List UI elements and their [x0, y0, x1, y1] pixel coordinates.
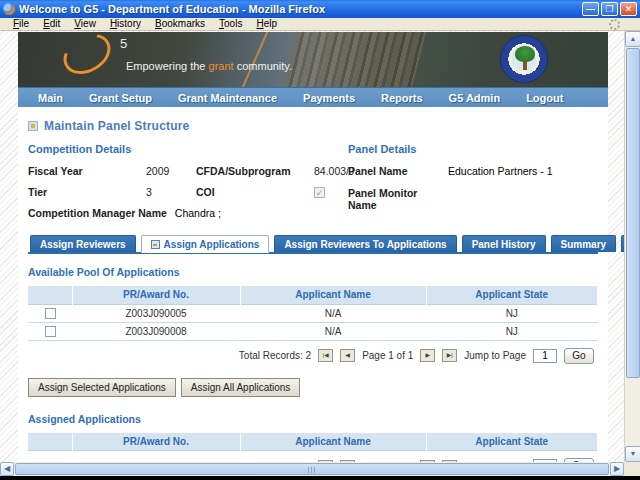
page-viewport: 5 Empowering the grant community. Main G…: [0, 31, 624, 462]
pr-award-cell: Z003J090008: [72, 322, 240, 340]
competition-details-section: Competition Details Fiscal Year 2009 CFD…: [28, 143, 348, 219]
available-applications-table: PR/Award No. Applicant Name Applicant St…: [28, 286, 598, 341]
menu-bookmarks[interactable]: Bookmarks: [148, 18, 212, 30]
menu-help[interactable]: Help: [249, 18, 284, 30]
banner-tagline: Empowering the grant community.: [126, 60, 292, 72]
tab-assign-reviewers-to-applications[interactable]: Assign Reviewers To Applications: [274, 235, 456, 252]
g5-banner: 5 Empowering the grant community.: [18, 32, 608, 87]
applicant-name-cell: N/A: [240, 304, 426, 322]
nav-g5-admin[interactable]: G5 Admin: [449, 92, 501, 104]
panel-details-section: Panel Details Panel Name Education Partn…: [348, 143, 598, 219]
available-pagination: Total Records: 2 |◀ ◀ Page 1 of 1 ▶ ▶| J…: [28, 348, 594, 364]
applicant-state-cell: NJ: [426, 322, 598, 340]
title-bar: Welcome to G5 - Department of Education …: [0, 0, 640, 18]
tab-assign-reviewers[interactable]: Assign Reviewers: [30, 235, 136, 252]
scroll-up-button[interactable]: ▲: [625, 31, 640, 47]
application-checkbox[interactable]: [45, 308, 56, 319]
seal-tree-icon: [515, 46, 535, 62]
tier-label: Tier: [28, 186, 146, 198]
next-page-button[interactable]: ▶: [420, 349, 435, 362]
first-page-button[interactable]: |◀: [318, 349, 333, 362]
jump-to-page-label: Jump to Page: [464, 350, 526, 361]
nav-grant-setup[interactable]: Grant Setup: [89, 92, 152, 104]
assign-selected-applications-button[interactable]: Assign Selected Applications: [28, 378, 176, 397]
firefox-icon: [3, 3, 15, 15]
competition-manager-value: Chandra ;: [175, 207, 221, 219]
tab-summary[interactable]: Summary: [551, 235, 617, 252]
active-tab-icon: [151, 240, 160, 249]
checkbox-column-header: [28, 433, 72, 451]
close-button[interactable]: ✕: [620, 2, 637, 16]
minimize-button[interactable]: —: [582, 2, 599, 16]
panel-name-value: Education Partners - 1: [448, 165, 598, 177]
panel-name-label: Panel Name: [348, 165, 448, 177]
window-title: Welcome to G5 - Department of Education …: [19, 3, 582, 15]
competition-details-heading: Competition Details: [28, 143, 348, 155]
assign-all-applications-button[interactable]: Assign All Applications: [181, 378, 301, 397]
fiscal-year-label: Fiscal Year: [28, 165, 146, 177]
assigned-applications-table: PR/Award No. Applicant Name Applicant St…: [28, 433, 598, 452]
col-applicant-state: Applicant State: [426, 286, 598, 304]
nav-payments[interactable]: Payments: [303, 92, 355, 104]
tier-value: 3: [146, 186, 196, 198]
jump-to-page-input[interactable]: [533, 349, 557, 363]
col-applicant-name: Applicant Name: [240, 433, 426, 451]
col-applicant-state: Applicant State: [426, 433, 598, 451]
g5-logo: 5: [62, 36, 112, 76]
checkbox-column-header: [28, 286, 72, 304]
page-content: Maintain Panel Structure Competition Det…: [18, 107, 608, 462]
fiscal-year-value: 2009: [146, 165, 196, 177]
menu-history[interactable]: History: [103, 18, 148, 30]
assigned-applications-heading: Assigned Applications: [28, 413, 598, 425]
nav-reports[interactable]: Reports: [381, 92, 423, 104]
horizontal-scrollbar[interactable]: ◀ ▶: [0, 462, 624, 476]
panel-details-heading: Panel Details: [348, 143, 598, 155]
menu-bar: File Edit View History Bookmarks Tools H…: [0, 18, 640, 31]
applicant-state-cell: NJ: [426, 304, 598, 322]
menu-edit[interactable]: Edit: [36, 18, 67, 30]
throbber-icon: [609, 19, 620, 30]
col-pr-award: PR/Award No.: [72, 286, 240, 304]
vertical-scrollbar[interactable]: ▲ ▼: [624, 31, 640, 462]
scroll-right-button[interactable]: ▶: [610, 462, 624, 476]
coi-label: COI: [196, 186, 314, 198]
main-nav: Main Grant Setup Grant Maintenance Payme…: [18, 87, 608, 107]
menu-tools[interactable]: Tools: [212, 18, 249, 30]
competition-manager-label: Competition Manager Name: [28, 207, 167, 219]
scroll-down-button[interactable]: ▼: [625, 446, 640, 462]
nav-grant-maintenance[interactable]: Grant Maintenance: [178, 92, 277, 104]
col-pr-award: PR/Award No.: [72, 433, 240, 451]
restore-button[interactable]: ❐: [601, 2, 618, 16]
page-title: Maintain Panel Structure: [44, 119, 190, 133]
prev-page-button[interactable]: ◀: [340, 349, 355, 362]
nav-main[interactable]: Main: [38, 92, 63, 104]
last-page-button[interactable]: ▶|: [442, 349, 457, 362]
page-title-icon: [28, 121, 38, 131]
tab-bar: Assign Reviewers Assign Applications Ass…: [28, 235, 598, 254]
scrollbar-corner: [624, 462, 640, 476]
horizontal-scrollbar-thumb[interactable]: [15, 463, 609, 475]
coi-checkbox: ✓: [314, 187, 325, 198]
scroll-left-button[interactable]: ◀: [0, 462, 14, 476]
cfda-label: CFDA/Subprogram: [196, 165, 314, 177]
table-row: Z003J090008 N/A NJ: [28, 322, 598, 340]
menu-file[interactable]: File: [6, 18, 36, 30]
go-button[interactable]: Go: [564, 348, 594, 364]
applicant-name-cell: N/A: [240, 322, 426, 340]
library-photo: [283, 32, 427, 87]
tab-assign-applications[interactable]: Assign Applications: [141, 235, 270, 253]
browser-window: Welcome to G5 - Department of Education …: [0, 0, 640, 480]
panel-monitor-label: Panel Monitor Name: [348, 187, 448, 211]
tab-panel-history[interactable]: Panel History: [462, 235, 546, 252]
menu-view[interactable]: View: [67, 18, 103, 30]
col-applicant-name: Applicant Name: [240, 286, 426, 304]
table-row: Z003J090005 N/A NJ: [28, 304, 598, 322]
nav-logout[interactable]: Logout: [526, 92, 563, 104]
available-pool-heading: Available Pool Of Applications: [28, 266, 598, 278]
application-checkbox[interactable]: [45, 326, 56, 337]
g5-logo-5: 5: [120, 36, 127, 51]
page-indicator: Page 1 of 1: [362, 350, 413, 361]
pr-award-cell: Z003J090005: [72, 304, 240, 322]
screen-bottom-edge: [0, 476, 640, 480]
vertical-scrollbar-thumb[interactable]: [626, 48, 640, 378]
